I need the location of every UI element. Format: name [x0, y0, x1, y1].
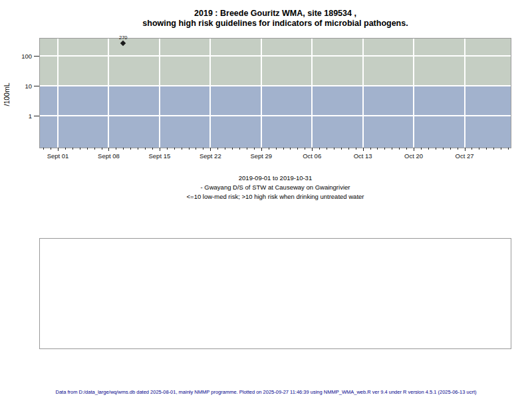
x-minor-tick — [247, 148, 247, 150]
x-gridline — [464, 39, 466, 148]
x-tick-label: Sept 29 — [238, 152, 285, 160]
x-minor-tick — [458, 148, 458, 150]
caption-site-description: - Gwayang D/S of STW at Causeway on Gwai… — [39, 183, 511, 192]
x-minor-tick — [341, 148, 342, 150]
x-minor-tick — [305, 148, 305, 150]
x-minor-tick — [471, 148, 472, 150]
chart-title: 2019 : Breede Gouritz WMA, site 189534 ,… — [39, 9, 511, 29]
x-gridline — [209, 39, 211, 148]
x-gridline — [261, 39, 262, 148]
x-tick-label: Sept 01 — [35, 152, 81, 160]
x-minor-tick — [370, 148, 371, 150]
x-minor-tick — [102, 148, 102, 150]
chart-title-line1: 2019 : Breede Gouritz WMA, site 189534 , — [39, 9, 511, 19]
x-minor-tick — [290, 148, 291, 150]
x-minor-tick — [327, 148, 327, 150]
x-major-tick — [58, 148, 59, 151]
x-minor-tick — [319, 148, 320, 150]
x-major-tick — [160, 148, 160, 151]
chart-title-line2: showing high risk guidelines for indicat… — [39, 19, 511, 29]
x-tick-label: Sept 22 — [187, 152, 233, 160]
y-tick-label: 100 — [11, 53, 32, 60]
x-minor-tick — [239, 148, 240, 150]
x-minor-tick — [443, 148, 444, 150]
x-major-tick — [363, 148, 364, 151]
x-minor-tick — [182, 148, 182, 150]
x-minor-tick — [399, 148, 400, 150]
x-minor-tick — [508, 148, 509, 150]
chart-caption: 2019-09-01 to 2019-10-31 - Gwayang D/S o… — [39, 174, 511, 201]
x-minor-tick — [479, 148, 479, 150]
x-minor-tick — [283, 148, 284, 150]
x-gridline — [413, 39, 414, 148]
x-minor-tick — [123, 148, 124, 150]
x-minor-tick — [174, 148, 175, 150]
x-minor-tick — [72, 148, 73, 150]
x-gridline — [362, 39, 364, 148]
x-major-tick — [465, 148, 466, 151]
x-minor-tick — [51, 148, 51, 150]
x-minor-tick — [94, 148, 95, 150]
x-minor-tick — [384, 148, 385, 150]
footer-text: Data from D:/data_large/wq/wms.db dated … — [0, 389, 532, 395]
x-minor-tick — [65, 148, 66, 150]
x-tick-label: Oct 20 — [390, 152, 437, 160]
x-tick-label: Oct 13 — [340, 152, 386, 160]
x-minor-tick — [87, 148, 88, 150]
y-tick — [34, 86, 39, 86]
empty-panel — [39, 238, 511, 349]
x-minor-tick — [493, 148, 494, 150]
x-tick-label: Oct 06 — [289, 152, 335, 160]
y-gridline — [40, 55, 511, 57]
x-major-tick — [414, 148, 414, 151]
x-minor-tick — [276, 148, 277, 150]
caption-date-range: 2019-09-01 to 2019-10-31 — [39, 174, 511, 183]
x-gridline — [108, 39, 109, 148]
x-minor-tick — [130, 148, 131, 150]
y-gridline — [40, 85, 511, 86]
x-minor-tick — [189, 148, 190, 150]
y-tick-label: 1 — [11, 112, 32, 120]
x-minor-tick — [225, 148, 225, 150]
high-risk-zone — [40, 39, 511, 86]
x-tick-label: Sept 08 — [85, 152, 132, 160]
x-minor-tick — [501, 148, 501, 150]
x-major-tick — [312, 148, 313, 151]
x-minor-tick — [138, 148, 138, 150]
x-minor-tick — [348, 148, 349, 150]
y-axis-label: /100mL — [3, 82, 11, 106]
x-major-tick — [210, 148, 211, 151]
low-med-risk-zone — [40, 86, 511, 148]
x-minor-tick — [152, 148, 153, 150]
y-tick-label: 10 — [11, 82, 32, 90]
x-gridline — [57, 39, 59, 148]
x-minor-tick — [43, 148, 44, 150]
x-minor-tick — [486, 148, 487, 150]
x-minor-tick — [436, 148, 436, 150]
x-minor-tick — [232, 148, 233, 150]
x-minor-tick — [334, 148, 334, 150]
x-minor-tick — [297, 148, 298, 150]
x-minor-tick — [356, 148, 356, 150]
data-point-label: 270 — [110, 35, 136, 41]
x-minor-tick — [392, 148, 392, 150]
x-gridline — [159, 39, 160, 148]
x-minor-tick — [203, 148, 203, 150]
x-minor-tick — [217, 148, 218, 150]
x-major-tick — [108, 148, 109, 151]
y-gridline — [40, 115, 511, 116]
x-minor-tick — [116, 148, 116, 150]
x-gridline — [311, 39, 313, 148]
x-major-tick — [261, 148, 262, 151]
x-minor-tick — [269, 148, 269, 150]
x-minor-tick — [450, 148, 451, 150]
x-tick-label: Oct 27 — [442, 152, 488, 160]
x-minor-tick — [254, 148, 255, 150]
x-minor-tick — [145, 148, 146, 150]
caption-risk-note: <=10 low-med risk; >10 high risk when dr… — [39, 192, 511, 201]
x-minor-tick — [406, 148, 407, 150]
x-minor-tick — [377, 148, 378, 150]
plot-area: Eschericia coli faecal coliforms Sept 01… — [39, 38, 511, 148]
x-minor-tick — [167, 148, 168, 150]
x-minor-tick — [80, 148, 80, 150]
